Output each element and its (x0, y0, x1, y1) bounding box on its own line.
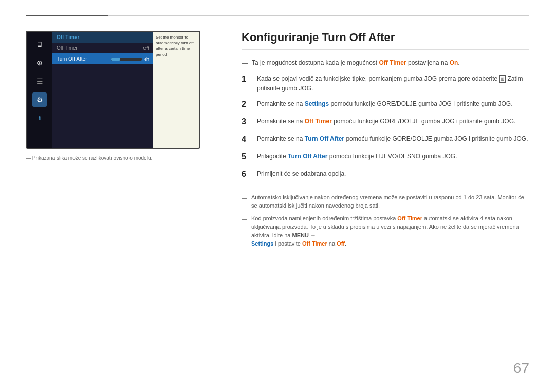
bottom-note-1: ― Automatsko isključivanje nakon određen… (242, 193, 529, 210)
page-number: 67 (513, 360, 529, 377)
progress-bar-fill (111, 58, 120, 61)
step-2: 2 Pomaknite se na Settings pomoću funkci… (242, 98, 529, 110)
bn2-text-end: i postavite (273, 240, 302, 247)
step-2-settings: Settings (305, 100, 329, 107)
bottom-note-2-text: Kod proizvoda namijenjenih određenim trž… (251, 214, 529, 248)
list-icon: ☰ (32, 74, 47, 88)
bn2-settings: Settings (251, 240, 273, 247)
step-4-text: Pomaknite se na Turn Off After pomoću fu… (257, 133, 528, 143)
tooltip-text: Set the monitor to automatically turn of… (156, 35, 194, 57)
menu-item-off-timer: Off Timer Off (52, 43, 153, 53)
progress-container: 4h (111, 57, 149, 62)
intro-highlight-off-timer: Off Timer (379, 59, 406, 66)
page-title: Konfiguriranje Turn Off After (242, 31, 529, 50)
content-area: 🖥 ⊕ ☰ ⚙ ℹ Off (26, 31, 529, 252)
step-6: 6 Primijenit će se odabrana opcija. (242, 168, 529, 180)
step-3: 3 Pomaknite se na Off Timer pomoću funkc… (242, 116, 529, 128)
gear-svg-icon: ⚙ (36, 96, 43, 104)
step-6-text: Primijenit će se odabrana opcija. (257, 168, 346, 178)
bn2-period: . (345, 240, 346, 247)
bn2-off-timer: Off Timer (397, 215, 422, 221)
step-2-text: Pomaknite se na Settings pomoću funkcije… (257, 98, 513, 108)
step-5-number: 5 (242, 151, 252, 163)
step-4-number: 4 (242, 133, 252, 145)
adjust-icon: ⊕ (32, 55, 47, 70)
intro-note: ― Ta je mogućnost dostupna kada je moguć… (242, 58, 529, 68)
steps-list: 1 Kada se pojavi vodič za funkcijske tip… (242, 73, 529, 180)
off-timer-value: Off (143, 46, 149, 51)
bn2-menu: MENU → (292, 232, 316, 238)
list-svg-icon: ☰ (36, 77, 43, 85)
step-3-text: Pomaknite se na Off Timer pomoću funkcij… (257, 116, 515, 126)
step-4: 4 Pomaknite se na Turn Off After pomoću … (242, 133, 529, 145)
intro-text-after: . (458, 59, 459, 66)
step-6-number: 6 (242, 168, 252, 180)
step-2-number: 2 (242, 98, 252, 110)
step-5-text: Prilagodite Turn Off After pomoću funkci… (257, 151, 457, 161)
bn2-off: Off (337, 240, 345, 247)
adjust-svg-icon: ⊕ (36, 59, 43, 67)
progress-bar (111, 58, 142, 61)
right-panel: Konfiguriranje Turn Off After ― Ta je mo… (242, 31, 529, 252)
step-3-off-timer: Off Timer (305, 118, 332, 125)
page-container: 🖥 ⊕ ☰ ⚙ ℹ Off (0, 0, 555, 392)
gear-icon: ⚙ (32, 92, 47, 107)
info-svg-icon: ℹ (39, 115, 41, 122)
bottom-notes: ― Automatsko isključivanje nakon određen… (242, 188, 529, 248)
monitor-icon: 🖥 (32, 37, 47, 51)
intro-highlight-on: On (450, 59, 458, 66)
intro-text: Ta je mogućnost dostupna kada je mogućno… (252, 58, 460, 67)
left-panel: 🖥 ⊕ ☰ ⚙ ℹ Off (26, 31, 221, 252)
turn-off-after-label: Turn Off After (57, 56, 87, 62)
step-1-number: 1 (242, 73, 252, 85)
monitor-caption: ― Prikazana slika može se razlikovati ov… (26, 155, 221, 161)
intro-dash: ― (242, 59, 248, 68)
info-icon: ℹ (32, 111, 47, 125)
monitor-mockup: 🖥 ⊕ ☰ ⚙ ℹ Off (26, 31, 200, 149)
monitor-sidebar: 🖥 ⊕ ☰ ⚙ ℹ (27, 32, 52, 148)
turn-off-after-value: 4h (144, 57, 149, 62)
bn2-off-timer-2: Off Timer (302, 240, 327, 247)
bn2-before: Kod proizvoda namijenjenih određenim trž… (251, 215, 397, 221)
step-5: 5 Prilagodite Turn Off After pomoću funk… (242, 151, 529, 163)
bottom-note-1-dash: ― (242, 194, 247, 202)
monitor-svg-icon: 🖥 (36, 40, 43, 48)
bn2-na: na (327, 240, 337, 247)
step-3-number: 3 (242, 116, 252, 128)
monitor-menu: Off Timer Off Timer Off Turn Off After 4… (52, 32, 153, 148)
bottom-note-2: ― Kod proizvoda namijenjenih određenim t… (242, 214, 529, 248)
menu-item-turn-off-after: Turn Off After 4h (52, 53, 153, 64)
top-line-accent (26, 15, 108, 16)
menu-header: Off Timer (52, 32, 153, 43)
bottom-note-2-dash: ― (242, 215, 247, 223)
step-1-text: Kada se pojavi vodič za funkcijske tipke… (257, 73, 529, 93)
step-1: 1 Kada se pojavi vodič za funkcijske tip… (242, 73, 529, 93)
intro-text-middle: postavljena na (406, 59, 450, 66)
off-timer-label: Off Timer (57, 45, 78, 51)
monitor-tooltip: Set the monitor to automatically turn of… (153, 32, 199, 148)
step-5-turn-off-after: Turn Off After (288, 153, 327, 160)
bottom-note-1-text: Automatsko isključivanje nakon određenog… (251, 193, 529, 210)
step-4-turn-off-after: Turn Off After (305, 135, 344, 142)
intro-text-before: Ta je mogućnost dostupna kada je mogućno… (252, 59, 379, 66)
